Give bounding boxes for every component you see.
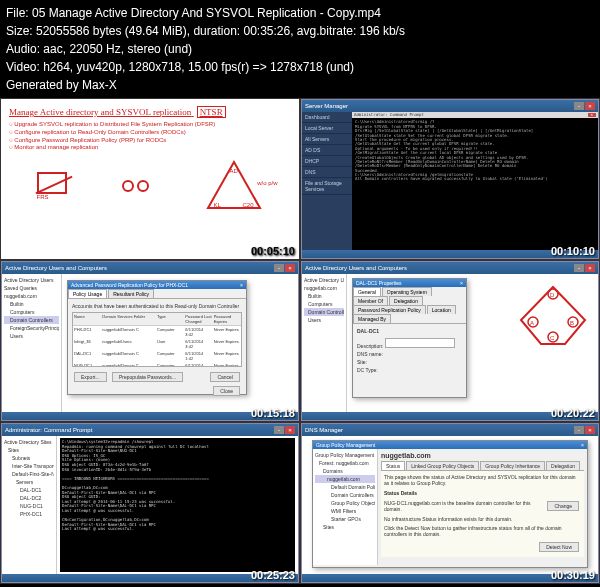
thumbnail-3[interactable]: Active Directory Users and Computers-× A… xyxy=(0,260,300,422)
sidebar-item-file[interactable]: File and Storage Services xyxy=(302,178,352,195)
svg-text:B: B xyxy=(570,320,574,326)
tree-pane[interactable]: Active Directory Sites Sites Subnets Int… xyxy=(2,436,57,574)
tree-pane[interactable]: Active Directory Users nuggetlab.com Bui… xyxy=(302,274,347,412)
tab-linked[interactable]: Linked Group Policy Objects xyxy=(406,461,479,470)
command-prompt[interactable]: C:\Windows\system32>repadmin /showrepl R… xyxy=(60,438,295,572)
tab-status[interactable]: Status xyxy=(381,461,405,470)
whiteboard-overlay: DABC xyxy=(513,282,593,352)
detect-button[interactable]: Detect Now xyxy=(539,542,579,552)
thumbnail-grid: Manage Active directory and SYSVOL repli… xyxy=(0,98,600,584)
tab-os[interactable]: Operating System xyxy=(382,287,432,296)
thumbnail-1[interactable]: Manage Active directory and SYSVOL repli… xyxy=(0,98,300,260)
close-icon[interactable]: × xyxy=(585,102,595,110)
close-icon[interactable]: × xyxy=(240,282,243,288)
close-icon[interactable]: × xyxy=(585,426,595,434)
gpm-dialog: Group Policy Management× Group Policy Ma… xyxy=(312,440,588,568)
tree-pane[interactable]: Active Directory Users Saved Queries nug… xyxy=(2,274,62,412)
prp-dialog: Advanced Password Replication Policy for… xyxy=(67,280,247,395)
generated-line: Generated by Max-X xyxy=(6,76,594,94)
tab-prp[interactable]: Password Replication Policy xyxy=(353,305,426,314)
aduc-window: Active Directory Users and Computers-× A… xyxy=(301,261,599,421)
tab-general[interactable]: General xyxy=(353,287,381,296)
window-title: Active Directory Users and Computers xyxy=(5,265,107,271)
timestamp: 00:30:19 xyxy=(551,569,595,581)
circle-icon xyxy=(137,180,149,192)
tab-inheritance[interactable]: Group Policy Inheritance xyxy=(480,461,545,470)
sidebar-item-adds[interactable]: AD DS xyxy=(302,145,352,156)
command-prompt[interactable]: Administrator: Command Prompt× C:\Users\… xyxy=(352,112,598,250)
cancel-button[interactable]: Cancel xyxy=(210,372,240,382)
close-icon[interactable]: × xyxy=(585,264,595,272)
prepopulate-button[interactable]: Prepopulate Passwords... xyxy=(112,372,183,382)
timestamp: 00:05:10 xyxy=(251,245,295,257)
video-line: Video: h264, yuv420p, 1280x718, 15.00 fp… xyxy=(6,58,594,76)
tab-memberof[interactable]: Member Of xyxy=(353,296,388,305)
close-icon[interactable]: × xyxy=(460,280,463,286)
whiteboard-diagram: FRS AD KL C20 w/o p/w xyxy=(9,160,291,212)
thumbnail-5[interactable]: Administrator: Command Prompt-× Active D… xyxy=(0,422,300,584)
gpm-tree[interactable]: Group Policy Management Forest: nuggetla… xyxy=(313,449,378,565)
audio-line: Audio: aac, 22050 Hz, stereo (und) xyxy=(6,40,594,58)
frs-shape xyxy=(37,172,67,194)
circle-icon xyxy=(122,180,134,192)
sidebar-item-dhcp[interactable]: DHCP xyxy=(302,156,352,167)
timestamp: 00:20:22 xyxy=(551,407,595,419)
size-line: Size: 52055586 bytes (49.64 MiB), durati… xyxy=(6,22,594,40)
server-manager-window: Server Manager -× Dashboard Local Server… xyxy=(301,99,599,259)
timestamp: 00:15:18 xyxy=(251,407,295,419)
minimize-icon[interactable]: - xyxy=(274,426,284,434)
tab-managedby[interactable]: Managed By xyxy=(353,314,391,323)
sidebar-item-dashboard[interactable]: Dashboard xyxy=(302,112,352,123)
whiteboard-list: ○ Upgrade SYSVOL replication to Distribu… xyxy=(9,121,291,152)
window-title: Server Manager xyxy=(305,103,348,109)
whiteboard-content: Manage Active directory and SYSVOL repli… xyxy=(1,99,299,259)
minimize-icon[interactable]: - xyxy=(574,102,584,110)
sidebar-item-local[interactable]: Local Server xyxy=(302,123,352,134)
close-icon[interactable]: × xyxy=(588,113,596,117)
aduc-window: Active Directory Users and Computers-× A… xyxy=(1,261,299,421)
sidebar-item-dns[interactable]: DNS xyxy=(302,167,352,178)
whiteboard-title: Manage Active directory and SYSVOL repli… xyxy=(9,107,291,117)
description-input[interactable] xyxy=(385,338,455,348)
diagram-label-d: D xyxy=(550,292,555,298)
window-title: Active Directory Users and Computers xyxy=(305,265,407,271)
svg-text:C: C xyxy=(550,335,555,341)
window-title: DNS Manager xyxy=(305,427,343,433)
timestamp: 00:10:10 xyxy=(551,245,595,257)
gpm-window: DNS Manager-× Group Policy Management× G… xyxy=(301,423,599,583)
sites-window: Administrator: Command Prompt-× Active D… xyxy=(1,423,299,583)
change-button[interactable]: Change xyxy=(547,501,579,511)
tab-policy-usage[interactable]: Policy Usage xyxy=(68,289,107,298)
svg-text:A: A xyxy=(530,320,534,326)
thumbnail-6[interactable]: DNS Manager-× Group Policy Management× G… xyxy=(300,422,600,584)
thumbnail-2[interactable]: Server Manager -× Dashboard Local Server… xyxy=(300,98,600,260)
close-icon[interactable]: × xyxy=(285,426,295,434)
close-icon[interactable]: × xyxy=(285,264,295,272)
minimize-icon[interactable]: - xyxy=(274,264,284,272)
content-heading: nuggetlab.com xyxy=(381,452,584,459)
server-sidebar: Dashboard Local Server All Servers AD DS… xyxy=(302,112,352,250)
window-title: Administrator: Command Prompt xyxy=(5,427,92,433)
media-info-header: File: 05 Manage Active Directory And SYS… xyxy=(0,0,600,98)
minimize-icon[interactable]: - xyxy=(574,264,584,272)
file-line: File: 05 Manage Active Directory And SYS… xyxy=(6,4,594,22)
close-button[interactable]: Close xyxy=(213,386,240,396)
tab-resultant[interactable]: Resultant Policy xyxy=(108,289,154,298)
sidebar-item-all[interactable]: All Servers xyxy=(302,134,352,145)
close-icon[interactable]: × xyxy=(581,442,584,448)
timestamp: 00:25:23 xyxy=(251,569,295,581)
properties-dialog: DAL-DC1 Properties× General Operating Sy… xyxy=(352,278,467,398)
minimize-icon[interactable]: - xyxy=(574,426,584,434)
tab-location[interactable]: Location xyxy=(427,305,456,314)
tab-delegation[interactable]: Delegation xyxy=(389,296,423,305)
thumbnail-4[interactable]: Active Directory Users and Computers-× A… xyxy=(300,260,600,422)
export-button[interactable]: Export... xyxy=(74,372,107,382)
tab-delegation[interactable]: Delegation xyxy=(546,461,580,470)
